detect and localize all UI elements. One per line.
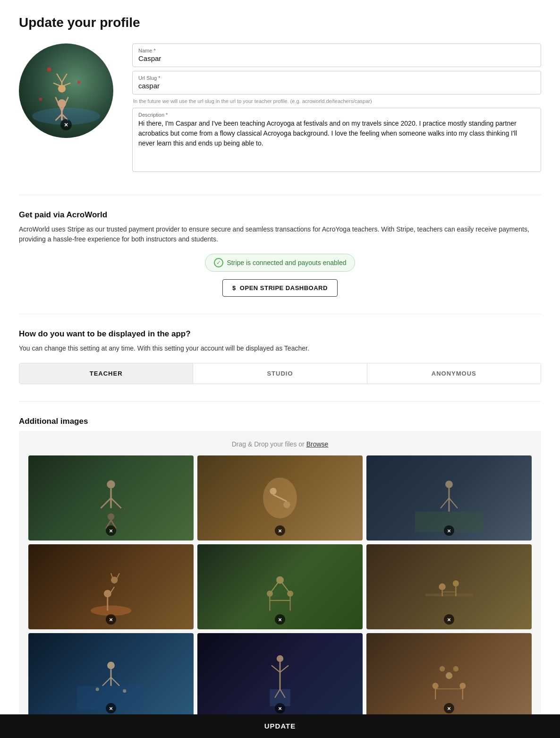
image-item: × (28, 633, 194, 718)
image-remove-button[interactable]: × (275, 614, 285, 625)
description-field-group: Description * Hi there, I'm Caspar and I… (132, 108, 541, 172)
svg-point-68 (446, 672, 452, 679)
svg-line-12 (62, 74, 67, 82)
dropzone[interactable]: Drag & Drop your files or Browse (19, 431, 541, 728)
svg-line-57 (111, 678, 119, 686)
stripe-dashboard-button[interactable]: $ OPEN STRIPE DASHBOARD (222, 279, 338, 297)
display-section-title: How do you want to be displayed in the a… (19, 329, 541, 339)
browse-link[interactable]: Browse (306, 440, 329, 448)
svg-point-15 (39, 97, 42, 101)
svg-point-71 (453, 666, 459, 672)
svg-point-20 (108, 513, 114, 520)
name-label: Name * (138, 48, 535, 53)
url-slug-input[interactable] (138, 82, 535, 90)
svg-point-24 (270, 488, 276, 494)
image-item: × (197, 544, 363, 629)
image-remove-button[interactable]: × (106, 703, 116, 713)
svg-line-18 (101, 498, 111, 508)
tab-studio[interactable]: STUDIO (193, 363, 367, 384)
avatar-container: × (19, 43, 113, 138)
image-item: × (28, 455, 194, 541)
svg-line-63 (272, 665, 280, 672)
url-slug-hint: In the future we will use the url slug i… (132, 98, 541, 104)
svg-point-61 (277, 655, 283, 662)
name-input[interactable] (138, 54, 535, 62)
stripe-dashboard-label: OPEN STRIPE DASHBOARD (240, 284, 328, 292)
close-icon: × (278, 705, 282, 712)
image-remove-button[interactable]: × (275, 703, 285, 713)
svg-point-69 (459, 683, 466, 689)
stripe-status-text: Stripe is connected and payouts enabled (227, 259, 347, 266)
close-icon: × (278, 616, 282, 623)
close-icon: × (109, 705, 113, 712)
image-item: × (197, 455, 363, 541)
avatar-remove-button[interactable]: × (60, 119, 72, 130)
image-remove-button[interactable]: × (444, 614, 454, 625)
url-slug-label: Url Slug * (138, 75, 535, 81)
close-icon: × (447, 616, 451, 623)
update-button[interactable]: UPDATE (8, 722, 552, 730)
svg-point-54 (107, 661, 115, 669)
close-icon: × (109, 527, 113, 534)
display-tabs: TEACHER STUDIO ANONYMOUS (19, 363, 541, 384)
divider-3 (19, 401, 541, 402)
svg-point-48 (439, 584, 445, 590)
image-item: × (366, 633, 532, 718)
image-item: × (366, 455, 532, 541)
close-icon: × (447, 527, 451, 534)
svg-point-67 (433, 683, 439, 689)
tab-anonymous[interactable]: ANONYMOUS (367, 363, 541, 384)
payment-section-desc: AcroWorld uses Stripe as our trusted pay… (19, 224, 541, 244)
svg-line-9 (53, 83, 62, 86)
name-field-group: Name * (132, 43, 541, 67)
svg-point-28 (445, 481, 453, 488)
svg-point-25 (283, 501, 290, 508)
svg-line-45 (270, 580, 280, 594)
svg-point-13 (47, 68, 51, 72)
close-icon: × (447, 705, 451, 712)
close-icon: × (64, 121, 68, 129)
svg-point-58 (96, 687, 99, 691)
payment-section-title: Get paid via AcroWorld (19, 210, 541, 220)
display-section-desc: You can change this setting at any time.… (19, 343, 541, 353)
svg-rect-47 (425, 593, 473, 596)
dollar-icon: $ (232, 284, 236, 292)
page-title: Update your profile (19, 15, 541, 30)
description-input[interactable]: Hi there, I'm Caspar and I've been teach… (138, 119, 535, 166)
svg-line-31 (449, 498, 458, 508)
image-remove-button[interactable]: × (106, 614, 116, 625)
url-slug-field-group: Url Slug * (132, 71, 541, 94)
svg-point-59 (123, 689, 126, 693)
svg-line-46 (280, 580, 290, 594)
image-remove-button[interactable]: × (444, 703, 454, 713)
update-bar: UPDATE (0, 714, 560, 738)
images-section-title: Additional images (19, 417, 541, 426)
svg-line-30 (441, 498, 449, 508)
svg-line-11 (57, 74, 62, 82)
image-remove-button[interactable]: × (444, 525, 454, 536)
stripe-status-badge: ✓ Stripe is connected and payouts enable… (205, 254, 356, 272)
form-fields: Name * Url Slug * In the future we will … (132, 43, 541, 172)
svg-point-70 (440, 666, 445, 672)
svg-point-14 (77, 80, 80, 84)
profile-section: × Name * Url Slug * In the future we wil… (19, 43, 541, 172)
svg-point-16 (107, 481, 115, 489)
close-icon: × (278, 527, 282, 534)
image-item: × (366, 544, 532, 629)
image-remove-button[interactable]: × (275, 525, 285, 536)
divider-2 (19, 314, 541, 314)
description-label: Description * (138, 112, 535, 118)
svg-line-64 (280, 665, 288, 672)
svg-line-19 (111, 498, 121, 508)
stripe-check-icon: ✓ (214, 258, 223, 267)
image-item: × (28, 544, 194, 629)
svg-point-49 (453, 580, 459, 586)
close-icon: × (109, 616, 113, 623)
divider-1 (19, 195, 541, 195)
images-grid: × × (28, 455, 532, 718)
svg-line-56 (102, 678, 111, 686)
display-section: How do you want to be displayed in the a… (19, 329, 541, 384)
tab-teacher[interactable]: TEACHER (19, 363, 193, 384)
image-remove-button[interactable]: × (106, 525, 116, 536)
images-section: Additional images Drag & Drop your files… (19, 417, 541, 728)
